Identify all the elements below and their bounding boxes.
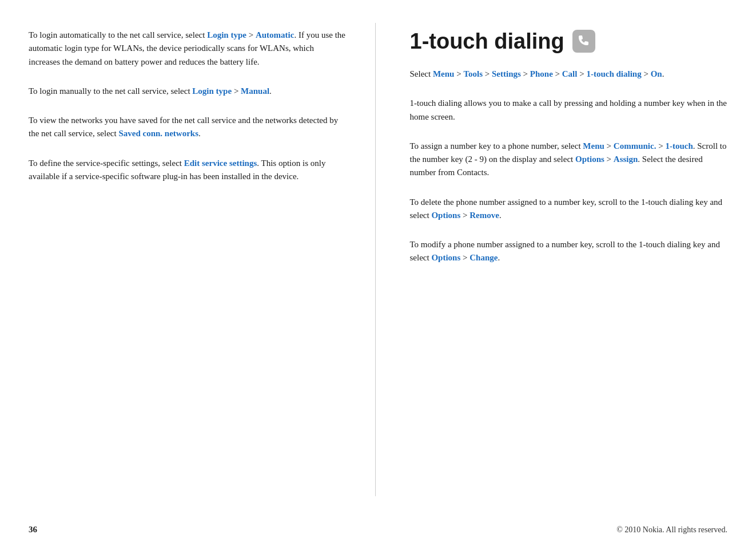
call-link[interactable]: Call <box>562 69 578 78</box>
tools-link[interactable]: Tools <box>463 69 483 78</box>
page-container: To login automatically to the net call s… <box>0 0 756 519</box>
one-touch-link[interactable]: 1-touch <box>665 141 693 151</box>
right-paragraph-3: To assign a number key to a phone number… <box>410 140 728 180</box>
page-number: 36 <box>29 525 37 535</box>
left-column: To login automatically to the net call s… <box>0 23 376 496</box>
change-link[interactable]: Change <box>469 253 498 262</box>
section-title: 1-touch dialing <box>410 29 728 54</box>
options-link-1[interactable]: Options <box>575 155 604 164</box>
manual-link[interactable]: Manual <box>241 86 269 96</box>
saved-conn-link[interactable]: Saved conn. networks <box>118 129 198 138</box>
settings-link[interactable]: Settings <box>492 69 521 78</box>
options-link-2[interactable]: Options <box>431 211 460 220</box>
svg-rect-0 <box>572 30 595 53</box>
menu-link-2[interactable]: Menu <box>583 141 604 151</box>
right-paragraph-2: 1-touch dialing allows you to make a cal… <box>410 97 728 124</box>
phone-icon <box>571 29 596 54</box>
title-text: 1-touch dialing <box>410 29 564 54</box>
copyright-text: © 2010 Nokia. All rights reserved. <box>616 525 727 535</box>
paragraph-1: To login automatically to the net call s… <box>29 29 347 69</box>
on-link[interactable]: On <box>651 69 662 78</box>
remove-link[interactable]: Remove <box>469 211 499 220</box>
right-paragraph-1: Select Menu > Tools > Settings > Phone >… <box>410 68 728 81</box>
edit-service-link[interactable]: Edit service settings <box>184 159 257 168</box>
login-type-link-2[interactable]: Login type <box>192 86 232 96</box>
paragraph-2: To login manually to the net call servic… <box>29 85 347 98</box>
one-touch-dialing-link-1[interactable]: 1-touch dialing <box>586 69 641 78</box>
phone-link[interactable]: Phone <box>530 69 553 78</box>
automatic-link[interactable]: Automatic <box>256 30 295 39</box>
paragraph-4: To define the service-specific settings,… <box>29 157 347 184</box>
communic-link[interactable]: Communic. <box>614 141 656 151</box>
options-link-3[interactable]: Options <box>431 253 460 262</box>
paragraph-3: To view the networks you have saved for … <box>29 114 347 141</box>
login-type-link-1[interactable]: Login type <box>207 30 246 39</box>
right-paragraph-5: To modify a phone number assigned to a n… <box>410 238 728 265</box>
footer: 36 © 2010 Nokia. All rights reserved. <box>0 519 756 546</box>
assign-link[interactable]: Assign <box>614 155 638 164</box>
right-paragraph-4: To delete the phone number assigned to a… <box>410 196 728 223</box>
right-column: 1-touch dialing Select Menu > Tools > Se… <box>376 23 757 496</box>
menu-link-1[interactable]: Menu <box>433 69 455 78</box>
